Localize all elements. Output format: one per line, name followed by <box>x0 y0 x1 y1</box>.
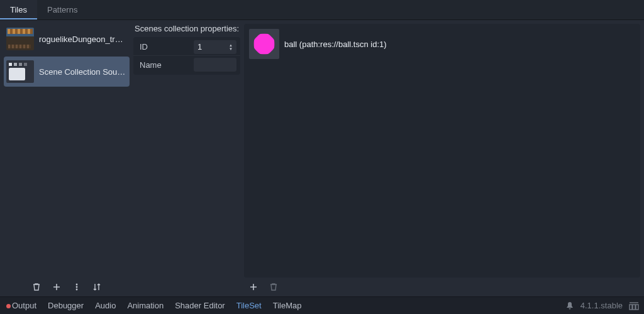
svg-rect-3 <box>630 305 632 310</box>
tileset-main: roguelikeDungeon_tran… Scene Collection … <box>0 20 644 296</box>
sort-icon[interactable] <box>91 281 103 293</box>
svg-point-0 <box>76 284 78 286</box>
property-label: ID <box>133 42 190 51</box>
notifications-icon[interactable] <box>565 301 574 310</box>
bottom-tab-audio[interactable]: Audio <box>95 301 116 310</box>
source-thumbnail <box>6 28 34 50</box>
source-label: Scene Collection Source… <box>39 67 127 77</box>
tab-patterns[interactable]: Patterns <box>37 0 87 19</box>
ball-sprite-icon <box>253 33 275 55</box>
property-label: Name <box>133 60 190 70</box>
version-label: 4.1.1.stable <box>580 301 623 310</box>
source-item[interactable]: Scene Collection Source… <box>4 57 130 87</box>
more-icon[interactable] <box>71 281 82 293</box>
properties-grid: ID 1 ▲▼ Name <box>133 37 240 75</box>
bottom-tab-tilemap[interactable]: TileMap <box>273 301 302 310</box>
svg-rect-5 <box>636 305 638 310</box>
trash-icon[interactable] <box>268 281 279 293</box>
tiles-toolbar <box>244 278 640 293</box>
tiles-panel: ball (path:res://ball.tscn id:1) <box>244 24 640 293</box>
property-row-name: Name <box>133 56 240 73</box>
bottom-tab-debugger[interactable]: Debugger <box>48 301 84 310</box>
bottom-bar: Output Debugger Audio Animation Shader E… <box>0 296 644 314</box>
name-input[interactable] <box>194 58 236 72</box>
id-spinbox[interactable]: 1 ▲▼ <box>194 40 236 54</box>
tile-preview <box>249 29 279 59</box>
spinbox-arrows-icon: ▲▼ <box>229 43 233 51</box>
sources-panel: roguelikeDungeon_tran… Scene Collection … <box>4 24 130 293</box>
svg-point-2 <box>76 289 78 291</box>
tileset-top-tabs: Tiles Patterns <box>0 0 644 20</box>
svg-point-1 <box>76 286 78 288</box>
bottom-tab-animation[interactable]: Animation <box>127 301 164 310</box>
tile-item[interactable]: ball (path:res://ball.tscn id:1) <box>248 28 636 60</box>
properties-panel: Scenes collection properties: ID 1 ▲▼ Na… <box>133 24 240 293</box>
id-value: 1 <box>197 42 202 51</box>
tab-tiles[interactable]: Tiles <box>0 0 37 19</box>
trash-icon[interactable] <box>31 281 42 293</box>
source-thumbnail <box>6 60 34 83</box>
bottom-tab-output[interactable]: Output <box>6 301 36 310</box>
property-row-id: ID 1 ▲▼ <box>133 38 240 56</box>
svg-rect-4 <box>633 305 635 310</box>
properties-title: Scenes collection properties: <box>135 24 240 33</box>
output-indicator-icon <box>6 304 11 308</box>
layout-icon[interactable] <box>629 301 638 310</box>
bottom-tab-shader-editor[interactable]: Shader Editor <box>175 301 225 310</box>
status-bar: 4.1.1.stable <box>565 301 638 310</box>
source-item[interactable]: roguelikeDungeon_tran… <box>4 24 130 54</box>
source-label: roguelikeDungeon_tran… <box>39 35 127 44</box>
tile-label: ball (path:res://ball.tscn id:1) <box>284 40 387 49</box>
tiles-area: ball (path:res://ball.tscn id:1) <box>244 24 640 278</box>
add-icon[interactable] <box>248 281 259 293</box>
bottom-tab-tileset[interactable]: TileSet <box>236 301 262 310</box>
sources-list: roguelikeDungeon_tran… Scene Collection … <box>4 24 130 278</box>
sources-toolbar <box>4 278 130 293</box>
add-icon[interactable] <box>51 281 62 293</box>
